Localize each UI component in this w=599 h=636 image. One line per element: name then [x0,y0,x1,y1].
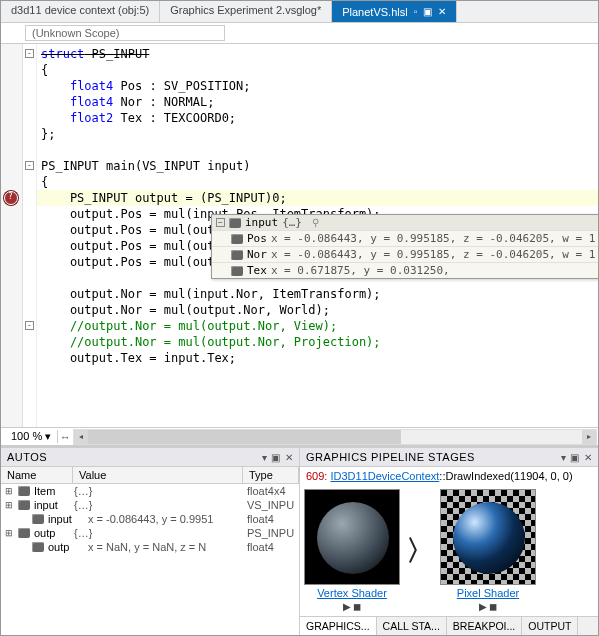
autos-row[interactable]: ⊞input{…}VS_INPU [1,498,299,512]
close-icon[interactable]: ✕ [438,6,446,17]
scope-bar: (Unknown Scope) [1,23,598,44]
var-value: {…} [74,485,247,497]
arrow-icon: 〉 [404,532,436,570]
datatip-row[interactable]: Pos x = -0.086443, y = 0.995185, z = -0.… [212,231,598,247]
device-context-link[interactable]: ID3D11DeviceContext [330,470,439,482]
var-name: input [48,513,88,525]
code-line[interactable]: output.Nor = mul(input.Nor, ItemTransfor… [41,286,594,302]
expand-icon[interactable]: ⊞ [3,486,14,496]
code-line[interactable]: //output.Nor = mul(output.Nor, View); [41,318,594,334]
code-line[interactable]: float4 Nor : NORMAL; [41,94,594,110]
stage-pixel-shader: Pixel Shader ▶ ◼ [440,489,536,612]
pin-icon[interactable]: ▣ [271,452,281,463]
panel-title: AUTOS [7,451,47,463]
tab-device-context[interactable]: d3d11 device context (obj:5) [1,1,160,22]
col-name[interactable]: Name [1,467,73,483]
code-line[interactable]: PS_INPUT output = (PS_INPUT)0; [41,190,594,206]
fold-toggle[interactable]: - [25,49,34,58]
variable-icon [231,234,243,244]
variable-icon [231,250,243,260]
zoom-dropdown[interactable]: 100 % ▾ [1,430,58,443]
autos-row[interactable]: ⊞outp{…}PS_INPU [1,526,299,540]
variable-icon [229,218,241,228]
var-value: {…} [74,527,247,539]
code-line[interactable]: }; [41,126,594,142]
split-icon[interactable]: ↔ [58,431,72,443]
col-type[interactable]: Type [243,467,299,483]
scroll-thumb[interactable] [88,430,401,444]
var-type: float4 [247,513,297,525]
variable-icon [32,542,44,552]
autos-row[interactable]: ⊞Item{…}float4x4 [1,484,299,498]
code-line[interactable]: { [41,174,594,190]
sub-tab-breakpoints[interactable]: BREAKPOI... [447,617,522,635]
window-position-icon[interactable]: ▾ [262,452,268,463]
variable-icon [18,500,30,510]
code-line[interactable]: output.Tex = input.Tex; [41,350,594,366]
scroll-right-button[interactable]: ▸ [582,430,596,444]
code-line[interactable]: struct PS_INPUT [41,46,594,62]
panel-title: GRAPHICS PIPELINE STAGES [306,451,475,463]
document-tabs: d3d11 device context (obj:5) Graphics Ex… [1,1,598,23]
code-line[interactable] [41,142,594,158]
var-value: x = NaN, y = NaN, z = N [88,541,247,553]
save-icon: ▫ [414,6,418,17]
var-type: PS_INPU [247,527,297,539]
expand-icon[interactable]: − [216,218,225,227]
datatip-member-value: x = -0.086443, y = 0.995185, z = -0.0462… [271,248,598,261]
expand-icon[interactable]: ⊞ [3,500,14,510]
autos-row[interactable]: outpx = NaN, y = NaN, z = Nfloat4 [1,540,299,554]
vertex-shader-link[interactable]: Vertex Shader [317,587,387,599]
horizontal-scrollbar[interactable]: ◂ ▸ [73,429,597,445]
datatip-row[interactable]: Tex x = 0.671875, y = 0.031250, [212,263,598,278]
scope-dropdown[interactable]: (Unknown Scope) [25,25,225,41]
autos-row[interactable]: inputx = -0.086443, y = 0.9951float4 [1,512,299,526]
datatip-root-name: input [245,216,278,229]
window-position-icon[interactable]: ▾ [561,452,567,463]
autos-header: Name Value Type [1,467,299,484]
gutter [1,44,23,427]
expand-icon[interactable]: ⊞ [3,528,14,538]
fold-toggle[interactable]: - [25,321,34,330]
autos-panel: AUTOS ▾ ▣ ✕ Name Value Type ⊞Item{…}floa… [1,448,300,635]
pin-icon[interactable]: ▣ [570,452,580,463]
datatip-member-name: Pos [247,232,267,245]
fold-column [23,44,37,427]
variable-icon [18,486,30,496]
breakpoint-icon[interactable] [4,191,18,205]
sub-tab-callstack[interactable]: CALL STA... [377,617,447,635]
var-name: Item [34,485,74,497]
code-line[interactable]: //output.Nor = mul(output.Nor, Projectio… [41,334,594,350]
play-controls[interactable]: ▶ ◼ [343,601,362,612]
variable-icon [32,514,44,524]
vertex-shader-preview[interactable] [304,489,400,585]
draw-call: 609: ID3D11DeviceContext::DrawIndexed(11… [300,467,598,485]
code-line[interactable]: float2 Tex : TEXCOORD0; [41,110,594,126]
code-line[interactable]: output.Nor = mul(output.Nor, World); [41,302,594,318]
col-value[interactable]: Value [73,467,243,483]
pipeline-panel: GRAPHICS PIPELINE STAGES ▾ ▣ ✕ 609: ID3D… [300,448,598,635]
datatip-member-name: Nor [247,248,267,261]
close-icon[interactable]: ✕ [584,452,593,463]
close-icon[interactable]: ✕ [285,452,294,463]
code-line[interactable]: float4 Pos : SV_POSITION; [41,78,594,94]
sub-tab-output[interactable]: OUTPUT [522,617,578,635]
var-type: VS_INPU [247,499,297,511]
tab-planet-vs[interactable]: PlanetVS.hlsl ▫ ▣ ✕ [332,1,457,22]
pin-icon[interactable]: ▣ [423,6,432,17]
pixel-shader-preview[interactable] [440,489,536,585]
sub-tab-graphics[interactable]: GRAPHICS... [300,617,377,635]
code-line[interactable]: PS_INPUT main(VS_INPUT input) [41,158,594,174]
pixel-shader-link[interactable]: Pixel Shader [457,587,519,599]
play-controls[interactable]: ▶ ◼ [479,601,498,612]
code-editor[interactable]: struct PS_INPUT{ float4 Pos : SV_POSITIO… [1,44,598,427]
datatip-member-value: x = 0.671875, y = 0.031250, [271,264,450,277]
pin-icon[interactable]: ⚲ [312,217,319,228]
pipeline-sub-tabs: GRAPHICS... CALL STA... BREAKPOI... OUTP… [300,616,598,635]
datatip-member-name: Tex [247,264,267,277]
datatip-row[interactable]: Nor x = -0.086443, y = 0.995185, z = -0.… [212,247,598,263]
code-line[interactable]: { [41,62,594,78]
scroll-left-button[interactable]: ◂ [74,430,88,444]
tab-vsglog[interactable]: Graphics Experiment 2.vsglog* [160,1,332,22]
fold-toggle[interactable]: - [25,161,34,170]
